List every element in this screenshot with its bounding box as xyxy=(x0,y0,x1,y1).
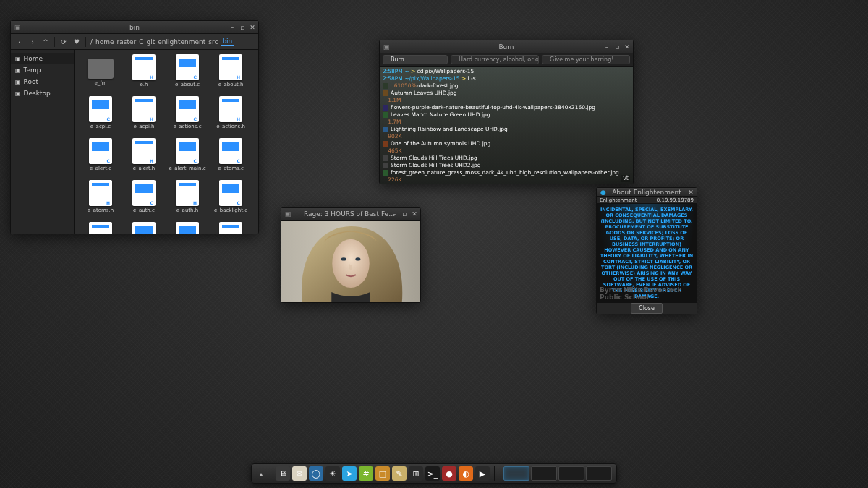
mail-icon[interactable]: ✉ xyxy=(292,466,307,481)
term-app-icon: ▣ xyxy=(383,43,390,51)
file-item[interactable]: He_auth.h xyxy=(167,180,208,219)
file-item[interactable]: He_backlight.h xyxy=(80,222,121,234)
pager-desktop[interactable] xyxy=(558,466,584,481)
terminal-window[interactable]: ▣ Burn – ▫ ✕ BurnHard currency, alcohol,… xyxy=(379,40,634,184)
file-item[interactable]: He_alert.h xyxy=(124,138,164,177)
pager-desktop[interactable] xyxy=(586,466,612,481)
terminal-line: One of the Autumn symbols UHD.jpg xyxy=(383,140,630,147)
close-button[interactable]: ✕ xyxy=(687,189,694,196)
maximize-button[interactable]: ▫ xyxy=(401,210,408,218)
terminal-line: Lightning Rainbow and Landscape UHD.jpg xyxy=(383,126,630,133)
file-item[interactable]: He_about.h xyxy=(210,54,251,93)
term-tabs[interactable]: BurnHard currency, alcohol, or ot...Give… xyxy=(380,53,633,67)
file-item[interactable]: Ce_atoms.c xyxy=(210,138,251,177)
folder-icon[interactable]: □ xyxy=(375,466,390,481)
close-button[interactable]: ✕ xyxy=(624,43,631,51)
file-item[interactable]: Ce_backlight.c xyxy=(210,180,251,219)
file-item[interactable]: Ce_bg.c xyxy=(167,222,208,234)
menu-button[interactable]: ▴ xyxy=(256,470,266,478)
file-item[interactable]: Ce_auth.c xyxy=(124,180,164,219)
file-item[interactable]: Ce_actions.c xyxy=(167,96,208,135)
pager-desktop[interactable] xyxy=(531,466,557,481)
terminal-line: 1.7M xyxy=(383,119,630,126)
file-label: e.h xyxy=(140,82,148,87)
breadcrumb-segment[interactable]: bin xyxy=(221,38,234,46)
file-label: e_about.h xyxy=(218,82,244,87)
file-item[interactable]: He_acpi.h xyxy=(124,96,164,135)
firefox-icon[interactable]: ◐ xyxy=(459,466,473,481)
file-item[interactable]: He_bg.h xyxy=(210,222,251,234)
files-icon[interactable]: 🖥 xyxy=(276,466,290,481)
file-item[interactable]: He_actions.h xyxy=(210,96,251,135)
file-item[interactable]: Ce_acpi.c xyxy=(80,96,121,135)
terminal-line: 1.1M xyxy=(383,97,630,104)
pager[interactable] xyxy=(503,466,612,481)
terminal-tab[interactable]: Hard currency, alcohol, or ot... xyxy=(451,55,539,64)
telegram-icon[interactable]: ➤ xyxy=(342,466,357,481)
weather-icon[interactable]: ☀ xyxy=(326,466,340,481)
breadcrumb-segment[interactable]: enlightenment xyxy=(158,38,205,46)
close-button[interactable]: Close xyxy=(631,303,663,314)
breadcrumb-segment[interactable]: raster xyxy=(117,38,137,46)
file-item[interactable]: Ce_about.c xyxy=(167,54,208,93)
svg-point-1 xyxy=(341,257,346,260)
file-item[interactable]: Ce_alert_main.c xyxy=(167,138,208,177)
file-label: e_alert.h xyxy=(133,166,156,171)
minimize-button[interactable]: – xyxy=(603,43,610,51)
terminal-line: 902K xyxy=(383,133,630,140)
up-button[interactable]: ^ xyxy=(41,38,50,46)
file-item[interactable]: Ce_backlight_ma... xyxy=(124,222,164,234)
terminal-line: Autumn Leaves UHD.jpg xyxy=(383,90,630,97)
minimize-button[interactable]: – xyxy=(229,24,236,31)
file-item[interactable]: Ce_alert.c xyxy=(80,138,121,177)
about-titlebar[interactable]: ● About Enlightenment ✕ xyxy=(597,188,697,197)
video-frame[interactable] xyxy=(281,221,420,302)
forward-button[interactable]: › xyxy=(28,38,37,46)
sidebar-item-temp[interactable]: ▣Temp xyxy=(11,64,74,76)
favorite-button[interactable]: ♥ xyxy=(72,38,81,46)
breadcrumb-segment[interactable]: git xyxy=(147,38,156,46)
wine-icon[interactable]: ⊞ xyxy=(409,466,423,481)
terminal-tab[interactable]: Burn xyxy=(383,55,448,64)
terminal-tab[interactable]: Give me your herring! xyxy=(542,55,630,64)
video-icon[interactable]: ▶ xyxy=(475,466,490,481)
terminal-icon[interactable]: >_ xyxy=(425,466,440,481)
file-item[interactable]: He_atoms.h xyxy=(80,180,121,219)
maximize-button[interactable]: ▫ xyxy=(239,24,246,31)
breadcrumb-segment[interactable]: home xyxy=(95,38,114,46)
about-info-row: Enlightenment 0.19.99.19789 xyxy=(597,197,697,204)
breadcrumb-segment[interactable]: / xyxy=(90,38,93,46)
minimize-button[interactable]: – xyxy=(391,210,398,218)
browser-icon[interactable]: ◯ xyxy=(309,466,323,481)
sidebar-item-root[interactable]: ▣Root xyxy=(11,76,74,87)
taskbar[interactable]: ▴ 🖥✉◯☀➤#□✎⊞>_●◐▶ xyxy=(251,463,617,484)
file-item[interactable]: He.h xyxy=(124,54,164,93)
about-dialog[interactable]: ● About Enlightenment ✕ Enlightenment 0.… xyxy=(596,187,697,314)
maximize-button[interactable]: ▫ xyxy=(613,43,621,51)
close-button[interactable]: ✕ xyxy=(411,210,418,218)
close-button[interactable]: ✕ xyxy=(249,24,256,31)
terminal-line: 226K xyxy=(383,176,630,184)
video-player-window[interactable]: ▣ Rage: 3 HOURS of Best Female Voc... – … xyxy=(281,207,421,303)
sidebar-item-desktop[interactable]: ▣Desktop xyxy=(11,87,74,99)
back-button[interactable]: ‹ xyxy=(15,38,24,46)
notes-icon[interactable]: ✎ xyxy=(392,466,407,481)
file-item[interactable]: e_fm xyxy=(80,54,121,93)
term-titlebar[interactable]: ▣ Burn – ▫ ✕ xyxy=(380,40,633,53)
file-label: e_atoms.c xyxy=(218,166,244,171)
terminal-line: flowers-purple-dark-nature-beautiful-top… xyxy=(383,104,630,111)
reload-button[interactable]: ⟳ xyxy=(59,38,68,46)
sidebar-item-home[interactable]: ▣Home xyxy=(11,53,74,64)
cherry-icon[interactable]: ● xyxy=(442,466,456,481)
file-manager-window[interactable]: ▣ bin – ▫ ✕ ‹ › ^ ⟳ ♥ /homerasterCgitenl… xyxy=(10,20,259,234)
video-titlebar[interactable]: ▣ Rage: 3 HOURS of Best Female Voc... – … xyxy=(281,208,420,221)
irc-icon[interactable]: # xyxy=(359,466,373,481)
breadcrumb-segment[interactable]: src xyxy=(208,38,218,46)
term-screen[interactable]: 2:58PM ~ > cd pix/Wallpapers-152:58PM ~/… xyxy=(380,67,633,184)
fm-file-grid[interactable]: e_fmHe.hCe_about.cHe_about.hCe_acpi.cHe_… xyxy=(75,50,258,234)
fm-titlebar[interactable]: ▣ bin – ▫ ✕ xyxy=(11,21,258,34)
breadcrumb-segment[interactable]: C xyxy=(139,38,143,46)
breadcrumb[interactable]: /homerasterCgitenlightenmentsrcbin xyxy=(90,38,234,46)
pager-desktop[interactable] xyxy=(503,466,529,481)
terminal-line: forest_green_nature_grass_moss_dark_4k_u… xyxy=(383,169,630,176)
